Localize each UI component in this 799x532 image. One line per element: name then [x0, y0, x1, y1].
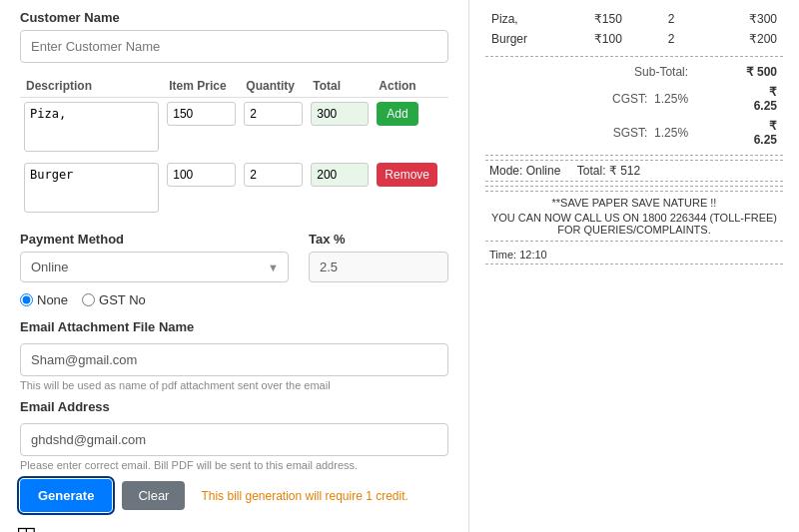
divider-1 [485, 56, 783, 57]
quantity-input-0[interactable] [244, 102, 303, 126]
table-row: Remove [20, 159, 448, 220]
summary-table: Sub-Total: ₹ 500 CGST: 1.25% ₹6.25 SGST:… [485, 61, 783, 151]
receipt-item-total: ₹300 [709, 10, 781, 28]
receipt-item-qty: 2 [664, 30, 707, 48]
receipt-row-0: Piza, ₹150 2 ₹300 [487, 10, 781, 28]
receipt-items-table: Piza, ₹150 2 ₹300 Burger ₹100 2 ₹200 [485, 8, 783, 50]
credit-text: This bill generation will require 1 cred… [201, 489, 407, 503]
footer-line2: YOU CAN NOW CALL US ON 1800 226344 (TOLL… [485, 212, 783, 236]
description-input-0[interactable] [24, 102, 159, 152]
footer-line1: **SAVE PAPER SAVE NATURE !! [485, 197, 783, 209]
receipt-item-name: Piza, [487, 10, 588, 28]
action-row: Generate Clear This bill generation will… [20, 479, 448, 512]
left-panel: Customer Name Description Item Price Qua… [0, 0, 469, 532]
email-address-input[interactable] [20, 423, 448, 456]
radio-none[interactable] [20, 293, 33, 306]
remove-button-1[interactable]: Remove [377, 163, 437, 187]
mode-label: Mode: Online Total: ₹ 512 [489, 164, 640, 178]
sub-total-value: ₹ 500 [694, 63, 781, 81]
col-header-price: Item Price [163, 75, 240, 98]
generate-button[interactable]: Generate [20, 479, 112, 512]
payment-method-select-wrap: Online Cash Card ▼ [20, 252, 289, 282]
email-address-hint: Please enter correct email. Bill PDF wil… [20, 459, 448, 471]
email-address-section: Email Address Please enter correct email… [20, 399, 448, 471]
cursor-icon: ◫ [16, 522, 37, 532]
email-address-label: Email Address [20, 399, 448, 414]
mode-total-line: Mode: Online Total: ₹ 512 [485, 160, 783, 182]
payment-row: Payment Method Online Cash Card ▼ Tax % [20, 232, 448, 282]
total-input-1[interactable] [311, 163, 369, 187]
tax-input[interactable] [309, 252, 448, 282]
price-input-1[interactable] [167, 163, 236, 187]
radio-gst[interactable] [82, 293, 95, 306]
payment-method-label: Payment Method [20, 232, 289, 247]
email-attachment-label: Email Attachment File Name [20, 319, 448, 334]
tax-col: Tax % [309, 232, 448, 282]
payment-method-col: Payment Method Online Cash Card ▼ [20, 232, 289, 282]
sub-total-label: Sub-Total: [507, 63, 692, 81]
divider-2 [485, 155, 783, 156]
radio-none-text: None [37, 292, 68, 307]
receipt-item-qty: 2 [664, 10, 707, 28]
radio-gst-label[interactable]: GST No [82, 292, 146, 307]
cgst-value: ₹6.25 [694, 83, 781, 115]
radio-none-label[interactable]: None [20, 292, 68, 307]
col-header-description: Description [20, 75, 163, 98]
customer-name-input[interactable] [20, 30, 448, 63]
clear-button[interactable]: Clear [122, 481, 185, 510]
receipt-item-price: ₹100 [590, 30, 662, 48]
receipt-item-name: Burger [487, 30, 588, 48]
time-line: Time: 12:10 [485, 246, 783, 265]
email-attachment-section: Email Attachment File Name This will be … [20, 319, 448, 391]
col-header-total: Total [307, 75, 373, 98]
cgst-label: CGST: 1.25% [507, 83, 692, 115]
receipt-item-price: ₹150 [590, 10, 662, 28]
col-header-action: Action [373, 75, 448, 98]
receipt-item-total: ₹200 [709, 30, 781, 48]
receipt-row-1: Burger ₹100 2 ₹200 [487, 30, 781, 48]
items-table: Description Item Price Quantity Total Ac… [20, 75, 448, 220]
total-input-0[interactable] [311, 102, 369, 126]
email-attachment-hint: This will be used as name of pdf attachm… [20, 379, 448, 391]
right-panel: Piza, ₹150 2 ₹300 Burger ₹100 2 ₹200 Sub… [469, 0, 799, 532]
payment-method-select[interactable]: Online Cash Card [20, 252, 289, 282]
receipt-footer: **SAVE PAPER SAVE NATURE !! YOU CAN NOW … [485, 191, 783, 242]
sgst-label: SGST: 1.25% [507, 117, 692, 149]
quantity-input-1[interactable] [244, 163, 303, 187]
customer-name-label: Customer Name [20, 10, 448, 25]
price-input-0[interactable] [167, 102, 236, 126]
radio-gst-text: GST No [99, 292, 146, 307]
time-value: Time: 12:10 [489, 249, 547, 261]
description-input-1[interactable] [24, 163, 159, 213]
col-header-quantity: Quantity [240, 75, 307, 98]
sgst-value: ₹6.25 [694, 117, 781, 149]
radio-row: None GST No [20, 292, 448, 307]
add-button-0[interactable]: Add [377, 102, 417, 126]
email-attachment-input[interactable] [20, 343, 448, 376]
divider-3 [485, 186, 783, 187]
table-row: Add [20, 98, 448, 160]
tax-label: Tax % [309, 232, 448, 247]
